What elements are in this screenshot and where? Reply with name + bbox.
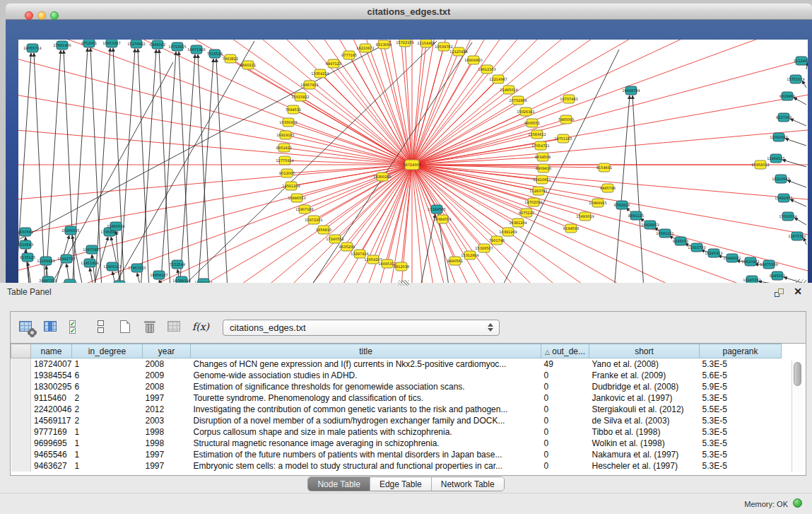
graph-node-label: 19737493 xyxy=(560,97,577,101)
graph-node-label: 15328507 xyxy=(475,246,493,250)
graph-edge-black xyxy=(804,238,806,245)
import-table-icon[interactable] xyxy=(166,319,184,336)
table-scrollbar-thumb[interactable] xyxy=(794,362,801,386)
node-table[interactable]: namein_degreeyeartitle△ out_de...shortpa… xyxy=(11,344,782,472)
graph-edge-black xyxy=(198,59,213,291)
graph-edge-black xyxy=(787,180,806,187)
float-square-front xyxy=(778,288,784,294)
column-header-rowhead[interactable] xyxy=(11,344,31,358)
row-height-icon[interactable] xyxy=(92,319,110,336)
graph-edge-red xyxy=(412,86,808,165)
graph-node-label: 8909416 xyxy=(536,166,551,170)
table-settings-icon[interactable] xyxy=(18,319,36,336)
graph-edge-black xyxy=(95,48,110,291)
graph-node-label: 8194593 xyxy=(563,226,579,230)
graph-node-label: 12093582 xyxy=(770,135,787,139)
column-header-pagerank[interactable]: pagerank xyxy=(700,344,782,358)
tab-network-table[interactable]: Network Table xyxy=(431,477,504,491)
graph-node-label: 8891125 xyxy=(628,214,644,218)
graph-node-label: 9777165 xyxy=(341,53,357,57)
graph-node-label: 16671368 xyxy=(187,47,205,52)
graph-edge-black xyxy=(216,59,228,291)
column-header-name[interactable]: name xyxy=(31,344,72,358)
table-row[interactable]: 977716911998Corpus callosum shape and si… xyxy=(11,426,782,438)
graph-edge-black xyxy=(794,218,806,225)
graph-node-label: 11907186 xyxy=(295,207,313,211)
graph-node-label: 24055714 xyxy=(23,46,41,50)
table-row[interactable]: 1456911722003Disruption of a novel membe… xyxy=(11,415,782,426)
graph-edge-red xyxy=(284,148,412,165)
graph-node-label: 16788310 xyxy=(172,279,190,283)
graph-node-label: 2016643 xyxy=(18,243,33,247)
graph-node-label: 12214987 xyxy=(489,77,507,81)
table-row[interactable]: 946554611997Estimation of the future num… xyxy=(11,449,782,460)
function-builder-icon[interactable]: f(x) xyxy=(191,319,209,336)
table-row[interactable]: 1830029562008Estimation of significance … xyxy=(11,381,782,392)
graph-node-label: 11283791 xyxy=(529,189,547,193)
table-row[interactable]: 2242004622012Investigating the contribut… xyxy=(11,404,782,415)
graph-node-label: 20206535 xyxy=(61,228,79,233)
column-header-title[interactable]: title xyxy=(191,344,541,358)
graph-edge-red xyxy=(287,165,412,173)
tab-node-table[interactable]: Node Table xyxy=(308,477,370,491)
network-view[interactable]: 1872400718300295193845541212543916604950… xyxy=(18,40,808,292)
graph-edge-black xyxy=(72,48,88,291)
graph-node-label: 9012007 xyxy=(279,171,295,175)
new-table-icon[interactable] xyxy=(117,319,135,336)
graph-node-label: 15751074 xyxy=(787,77,804,81)
graph-edge-black xyxy=(785,139,806,146)
graph-edge-black xyxy=(794,98,806,105)
column-chooser-icon[interactable] xyxy=(42,319,61,336)
float-panel-icon[interactable] xyxy=(775,288,784,297)
graph-edge-black xyxy=(160,52,176,291)
graph-node-label: 19384554 xyxy=(433,217,451,221)
window-titlebar[interactable]: citations_edges.txt xyxy=(6,4,812,20)
graph-node-label: 15184505 xyxy=(428,207,445,211)
graph-edge-red xyxy=(248,65,412,165)
panel-resize-grip[interactable] xyxy=(398,280,409,286)
graph-edge-red xyxy=(293,110,412,165)
graph-node-label: 9490561 xyxy=(447,259,463,263)
table-row[interactable]: 911546021997Tourette syndrome. Phenomeno… xyxy=(11,392,782,404)
tab-edge-table[interactable]: Edge Table xyxy=(370,477,431,491)
graph-node-label: 8660221 xyxy=(240,63,256,67)
table-row[interactable]: 1872400712008Changes of HCN gene express… xyxy=(11,358,782,370)
graph-edge-red xyxy=(18,86,412,165)
graph-node-label: 15958012 xyxy=(751,163,769,167)
memory-status-label: Memory: OK xyxy=(744,500,788,508)
table-selector-dropdown[interactable]: citations_edges.txt xyxy=(223,320,500,336)
graph-edge-black xyxy=(179,52,190,291)
graph-node-label: 12444115 xyxy=(767,156,784,160)
graph-node-label: 17054721 xyxy=(531,144,549,148)
table-row[interactable]: 969969511998Structural magnetic resonanc… xyxy=(11,438,782,449)
column-header-short[interactable]: short xyxy=(589,344,700,358)
graph-edge-black xyxy=(802,81,806,88)
column-header-year[interactable]: year xyxy=(143,344,191,358)
delete-table-icon[interactable] xyxy=(141,319,160,336)
graph-edge-red xyxy=(412,165,808,243)
graph-node-label: 14702039 xyxy=(524,200,542,204)
graph-node-label: 15026341 xyxy=(517,110,534,114)
graph-node-label: 18210643 xyxy=(772,177,789,181)
graph-node-label: 16648784 xyxy=(622,88,640,93)
graph-node-label: 1650561 xyxy=(18,230,33,234)
graph-edge-black xyxy=(198,54,209,291)
graph-node-label: 13942737 xyxy=(57,257,75,261)
select-rows-icon[interactable]: ✔ ✔ xyxy=(67,319,86,336)
graph-node-label: 18957912 xyxy=(300,83,318,87)
graph-node-label: 10732804 xyxy=(509,98,526,103)
table-scrollbar[interactable] xyxy=(792,361,803,472)
graph-node-label: 16958107 xyxy=(150,273,167,277)
graph-edge-red xyxy=(412,165,702,292)
graph-edge-red xyxy=(412,69,487,165)
graph-edge-black xyxy=(790,199,806,206)
graph-node-label: 18300295 xyxy=(373,175,391,179)
graph-node-label: 9806551 xyxy=(524,121,540,125)
column-header-in_degree[interactable]: in_degree xyxy=(72,344,143,358)
close-panel-icon[interactable]: ✕ xyxy=(794,286,802,297)
table-row[interactable]: 1938455462009Genome-wide association stu… xyxy=(11,370,782,381)
graph-node-label: 10928853 xyxy=(641,223,659,227)
table-row[interactable]: 946362711997Embryonic stem cells: a mode… xyxy=(11,460,782,472)
network-canvas-svg[interactable]: 1872400718300295193845541212543916604950… xyxy=(18,40,808,292)
column-header-out_degree[interactable]: △ out_de... xyxy=(541,344,589,358)
